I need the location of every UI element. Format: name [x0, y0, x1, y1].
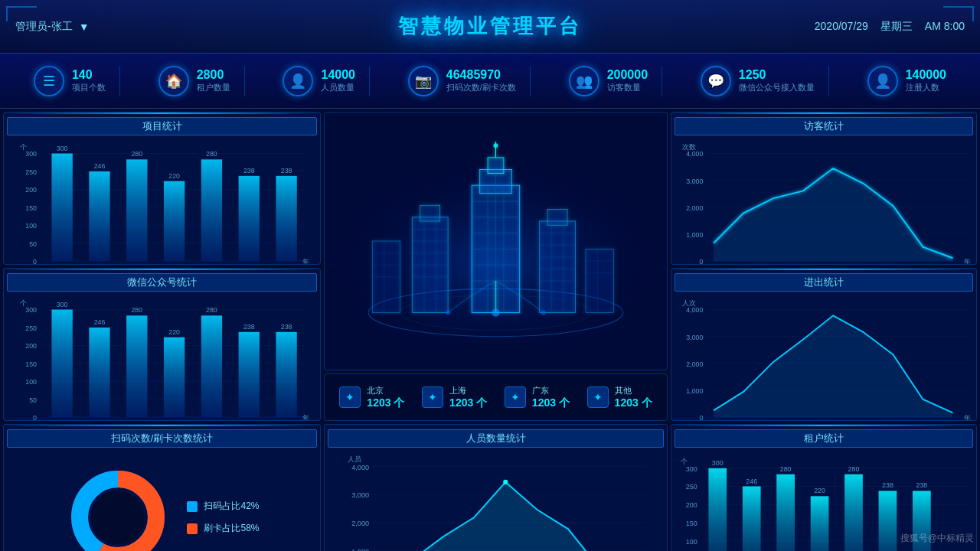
svg-text:2016: 2016: [167, 263, 182, 265]
svg-text:1,000: 1,000: [686, 387, 703, 395]
svg-rect-23: [201, 159, 222, 261]
location-guangdong: ✦ 广东 1203 个: [505, 385, 570, 410]
svg-rect-67: [540, 221, 576, 313]
svg-text:250: 250: [686, 483, 697, 491]
center-column: ✦ 北京 1203 个 ✦ 上海 1203 个 ✦ 广东 1203 个: [324, 112, 668, 421]
register-label: 注册人数: [906, 82, 946, 93]
svg-text:4,000: 4,000: [686, 306, 703, 314]
header: 管理员-张工 ▼ 智慧物业管理平台 2020/07/29 星期三 AM 8:00: [0, 0, 980, 54]
svg-text:3,000: 3,000: [686, 178, 703, 185]
project-value: 140: [72, 68, 106, 82]
svg-text:2020: 2020: [946, 263, 961, 265]
scan-stats-panel: 扫码次数/刷卡次数统计: [3, 424, 321, 551]
svg-text:280: 280: [206, 150, 217, 158]
svg-text:300: 300: [686, 465, 697, 473]
stat-tenant: 🏠 2800 租户数量: [145, 66, 245, 96]
svg-rect-27: [276, 176, 296, 261]
main-content: 项目统计 个 300 250 200 150: [0, 109, 980, 551]
stat-register: 👤 140000 注册人数: [854, 66, 960, 96]
svg-text:280: 280: [131, 150, 142, 158]
guangdong-city: 广东: [532, 385, 570, 396]
scan-label: 扫码次数/刷卡次数: [446, 82, 516, 93]
scan-value: 46485970: [446, 68, 516, 82]
tenant-value: 2800: [197, 68, 230, 82]
legend-card: 刷卡占比58%: [187, 522, 259, 535]
svg-text:2018: 2018: [886, 419, 901, 421]
svg-text:2019: 2019: [916, 263, 931, 265]
project-icon: ☰: [34, 66, 64, 96]
svg-text:280: 280: [206, 306, 217, 314]
svg-text:3,000: 3,000: [351, 491, 369, 499]
svg-text:年: 年: [302, 414, 309, 421]
svg-text:220: 220: [168, 328, 180, 336]
header-right: 2020/07/29 星期三 AM 8:00: [815, 20, 965, 34]
svg-rect-68: [547, 209, 567, 225]
svg-point-80: [493, 143, 498, 148]
svg-rect-127: [164, 337, 185, 417]
shanghai-city: 上海: [449, 385, 487, 396]
visitor-value: 200000: [607, 68, 648, 82]
svg-rect-76: [586, 249, 613, 312]
time-label: AM 8:00: [925, 20, 965, 34]
project-stats-panel: 项目统计 个 300 250 200 150: [3, 112, 321, 265]
svg-text:次数: 次数: [682, 143, 696, 151]
svg-text:200: 200: [25, 186, 37, 194]
personnel-icon: 👤: [283, 66, 313, 96]
shield-icon-shanghai: ✦: [422, 386, 443, 408]
card-color-dot: [187, 523, 198, 534]
svg-text:4,000: 4,000: [686, 150, 703, 158]
svg-text:280: 280: [780, 465, 792, 473]
personnel-value: 14000: [321, 68, 355, 82]
project-label: 项目个数: [72, 82, 106, 93]
svg-text:个: 个: [681, 458, 688, 465]
header-deco-left: [6, 6, 37, 21]
svg-text:250: 250: [25, 324, 37, 332]
svg-text:年: 年: [964, 414, 971, 421]
svg-text:50: 50: [29, 240, 37, 248]
other-city: 其他: [615, 385, 652, 396]
svg-text:2016: 2016: [167, 419, 182, 421]
shanghai-info: 上海 1203 个: [449, 385, 487, 410]
svg-text:1,000: 1,000: [351, 548, 369, 551]
svg-rect-25: [239, 176, 260, 261]
svg-text:2,000: 2,000: [351, 520, 369, 527]
svg-text:100: 100: [25, 378, 37, 386]
project-stats-title: 项目统计: [7, 117, 317, 135]
svg-point-168: [91, 491, 145, 544]
svg-text:2,000: 2,000: [686, 360, 703, 368]
svg-rect-213: [879, 491, 897, 551]
dropdown-arrow[interactable]: ▼: [79, 21, 90, 33]
scan-legend-label: 扫码占比42%: [204, 500, 259, 513]
donut-chart-area: 扫码占比42% 刷卡占比58%: [7, 451, 317, 551]
svg-rect-21: [164, 181, 185, 261]
svg-text:238: 238: [281, 323, 292, 331]
svg-text:2014: 2014: [92, 419, 107, 421]
svg-text:300: 300: [57, 145, 68, 152]
svg-text:280: 280: [848, 465, 860, 473]
svg-rect-205: [743, 487, 761, 551]
date-label: 2020/07/29: [815, 20, 868, 34]
svg-rect-123: [89, 328, 109, 417]
svg-text:246: 246: [94, 162, 106, 170]
svg-text:2015: 2015: [795, 263, 811, 265]
stat-wechat-text: 1250 微信公众号接入数量: [739, 68, 815, 93]
stat-personnel-text: 14000 人员数量: [321, 68, 355, 93]
svg-text:2018: 2018: [242, 263, 257, 265]
tenant-stats-title: 租户统计: [675, 429, 973, 448]
card-legend-label: 刷卡占比58%: [204, 522, 259, 535]
svg-text:300: 300: [25, 306, 37, 314]
svg-rect-129: [201, 315, 222, 417]
page-title: 智慧物业管理平台: [398, 13, 582, 40]
svg-text:238: 238: [916, 481, 927, 489]
wechat-stats-panel: 微信公众号统计 个 300 250 200 150 100 50 0 300 2…: [3, 268, 321, 421]
svg-text:2020: 2020: [946, 419, 961, 421]
svg-point-181: [503, 480, 508, 484]
svg-rect-15: [51, 154, 72, 262]
svg-rect-17: [89, 171, 109, 261]
svg-rect-211: [844, 474, 863, 551]
beijing-city: 北京: [367, 385, 404, 396]
watermark: 搜狐号@中标精灵: [900, 532, 974, 545]
beijing-info: 北京 1203 个: [367, 385, 404, 410]
svg-text:2019: 2019: [279, 419, 294, 421]
location-other: ✦ 其他 1203 个: [587, 385, 652, 410]
